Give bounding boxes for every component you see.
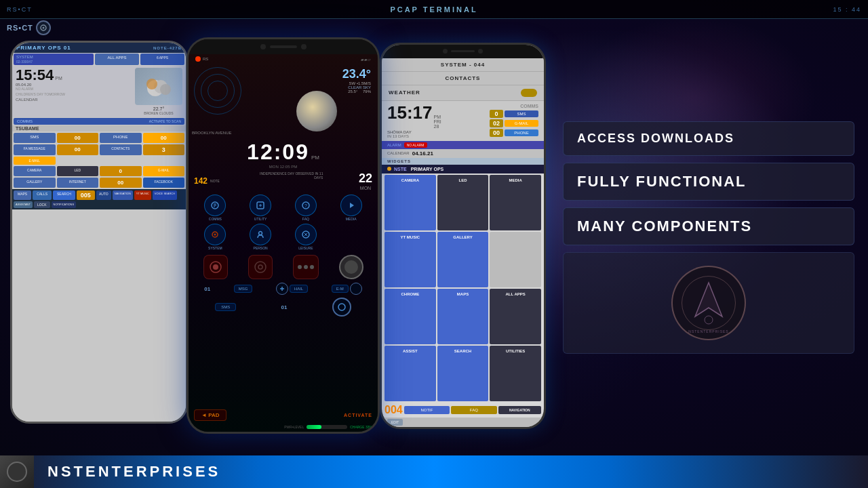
p1-count-00-4: 00 (100, 178, 142, 188)
p2-msg-btn[interactable]: MSG (234, 285, 253, 293)
p2-person-icon-wrap[interactable]: PERSON (239, 224, 282, 250)
p2-sms-btn[interactable]: SMS (215, 303, 236, 311)
p2-record-btn[interactable] (339, 255, 363, 279)
p2-person-icon[interactable] (250, 224, 271, 245)
p1-yt-music[interactable]: YT MUSIC (134, 190, 151, 200)
p2-rs-label: RS (203, 57, 208, 61)
p3-no-alarm-badge: NO ALARM (404, 142, 427, 148)
p1-gmail[interactable]: G-MAIL (143, 166, 185, 176)
p3-faq-btn[interactable]: FAQ (451, 406, 496, 414)
p1-facebook[interactable]: FACEBOOK (143, 178, 185, 188)
p3-sms-btn[interactable]: SMS (505, 110, 538, 117)
p2-comms-icon-wrap[interactable]: COMMS (194, 195, 237, 221)
p2-sms-row: SMS 01 (189, 296, 378, 318)
p1-phone[interactable]: PHONE (100, 133, 142, 143)
p1-internet[interactable]: INTERNET (57, 178, 99, 188)
p1-children-day: CHILDREN'S DAY TOMORROW (16, 92, 65, 96)
p1-6apps-btn[interactable]: 6 APPS (140, 54, 184, 65)
p3-nav-btn[interactable]: NAVIGATION (498, 406, 541, 414)
p1-search[interactable]: SEARCH (53, 190, 75, 200)
fully-functional-btn[interactable]: FULLY FUNCTIONAL (563, 163, 854, 201)
p2-system-icon-wrap[interactable]: SYSTEM (194, 224, 237, 250)
p2-leisure-icon-wrap[interactable]: LEISURE (285, 224, 328, 250)
p2-hail-btn[interactable]: HAIL (290, 285, 308, 293)
p3-edit-btn[interactable]: EDIT (387, 419, 403, 426)
p1-assistant[interactable]: ASSISTANT (14, 201, 33, 208)
p1-alarm: NO ALARM (16, 87, 65, 91)
p1-email[interactable]: E-MAIL (14, 157, 56, 165)
p3-contacts-btn[interactable]: CONTACTS (382, 72, 544, 85)
p2-day-block: 22 MON (359, 171, 372, 190)
logo-inner (682, 276, 736, 330)
p2-em-btn[interactable]: E-M (332, 285, 349, 293)
p2-app-3-dots[interactable] (293, 255, 319, 279)
p3-allapps-btn[interactable]: ALL APPS (490, 289, 541, 344)
p2-app-1[interactable] (203, 255, 228, 279)
svg-text:?: ? (304, 203, 307, 208)
p1-fa-msg[interactable]: FA MESSAGE (14, 144, 56, 155)
p3-system-btn[interactable]: SYSTEM - 044 (382, 58, 544, 72)
many-components-btn[interactable]: MANY COMPONENTS (563, 207, 854, 245)
p2-utility-icon-wrap[interactable]: UTILITY (239, 195, 282, 221)
p1-top-row: SYSTEM 02-330047 ALL APPS 6 APPS (14, 54, 184, 65)
p2-system-icon[interactable] (204, 224, 226, 245)
p3-led-btn[interactable]: LED (437, 175, 489, 230)
p2-leisure-icon[interactable] (295, 224, 317, 245)
p3-notif-btn[interactable]: NOTIF (404, 406, 450, 414)
p3-media-btn[interactable]: MEDIA (490, 175, 541, 230)
p2-system-label: SYSTEM (208, 246, 222, 250)
p2-media-icon[interactable] (340, 195, 362, 216)
p2-pad-btn[interactable]: ◄ PAD (194, 409, 226, 421)
many-components-label: MANY COMPONENTS (577, 218, 752, 235)
p2-app-2[interactable] (248, 255, 273, 279)
p3-assist-btn[interactable]: ASSIST (384, 346, 436, 401)
rsct-logo: RS•CT (7, 20, 51, 35)
fully-functional-label: FULLY FUNCTIONAL (577, 173, 747, 190)
p3-weather-toggle[interactable] (521, 89, 537, 97)
p2-feels: 25.5° 79% (342, 89, 371, 94)
p1-notifications[interactable]: NOTIFICATIONS (52, 201, 77, 208)
p2-event-text: INDEPENDENCE DAY OBSERVED IN 11 DAYS (255, 171, 323, 190)
p2-faq-icon[interactable]: ? (295, 195, 317, 216)
p2-faq-icon-wrap[interactable]: ? FAQ (285, 195, 328, 221)
p2-media-icon-wrap[interactable]: MEDIA (330, 195, 372, 221)
p3-camera-btn[interactable]: CAMERA (384, 175, 436, 230)
p2-utility-icon[interactable] (250, 195, 271, 216)
ring-inner (208, 81, 228, 101)
p2-event-row: 142 NOTE INDEPENDENCE DAY OBSERVED IN 11… (189, 170, 378, 192)
p3-weather-btn[interactable]: WEATHER (382, 85, 544, 101)
p1-sms[interactable]: SMS (14, 133, 56, 143)
p1-gallery[interactable]: GALLERY (14, 178, 56, 188)
bottom-bar-circle (7, 462, 27, 482)
p1-auto[interactable]: AUTO (96, 190, 111, 200)
p1-contacts[interactable]: CONTACTS (100, 144, 142, 155)
phone-screen-1: PRIMARY OPS 01 NOTE-427B SYSTEM 02-33004… (12, 43, 186, 422)
p3-phone-btn[interactable]: PHONE (505, 129, 538, 136)
p3-gmail-btn[interactable]: G-MAIL (505, 120, 538, 127)
p1-maps[interactable]: MAPS (14, 190, 31, 200)
rsct-text: RS•CT (7, 24, 33, 32)
p1-header-note: NOTE-427B (153, 46, 182, 50)
p1-navigation[interactable]: NAVIGATION (113, 190, 133, 200)
p2-faq-label: FAQ (302, 217, 309, 221)
p1-camera[interactable]: CAMERA (14, 166, 56, 176)
p3-main-grid: CAMERA LED MEDIA YT MUSIC GALLERY CHROME… (382, 174, 544, 403)
access-downloads-btn[interactable]: ACCESS DOWNLOADS (563, 121, 854, 156)
p3-search-btn[interactable]: SEARCH (437, 346, 489, 401)
p3-utilities-btn[interactable]: UTILITIES (490, 346, 541, 401)
p1-led[interactable]: LED (57, 166, 99, 176)
p2-location: BROOKLYN AVENUE (192, 131, 231, 135)
p3-cal-row: CALENDAR 04.16.21 (382, 149, 544, 158)
p3-gallery-btn[interactable]: GALLERY (437, 232, 489, 287)
p3-chrome-btn[interactable]: CHROME (384, 289, 436, 344)
p2-em-icon[interactable] (350, 283, 362, 295)
p1-calls[interactable]: CALLS (33, 190, 52, 200)
p2-comms-icon[interactable] (204, 195, 226, 216)
p3-ytmusic-btn[interactable]: YT MUSIC (384, 232, 436, 287)
p1-lock[interactable]: LOCK (34, 201, 50, 208)
p1-voice-search[interactable]: VOICE SEARCH (153, 190, 177, 200)
p2-hail-icon[interactable] (276, 283, 288, 295)
p3-maps-btn[interactable]: MAPS (437, 289, 489, 344)
p2-sms-icon[interactable] (332, 298, 351, 317)
p1-all-apps-btn[interactable]: ALL APPS (95, 54, 139, 65)
